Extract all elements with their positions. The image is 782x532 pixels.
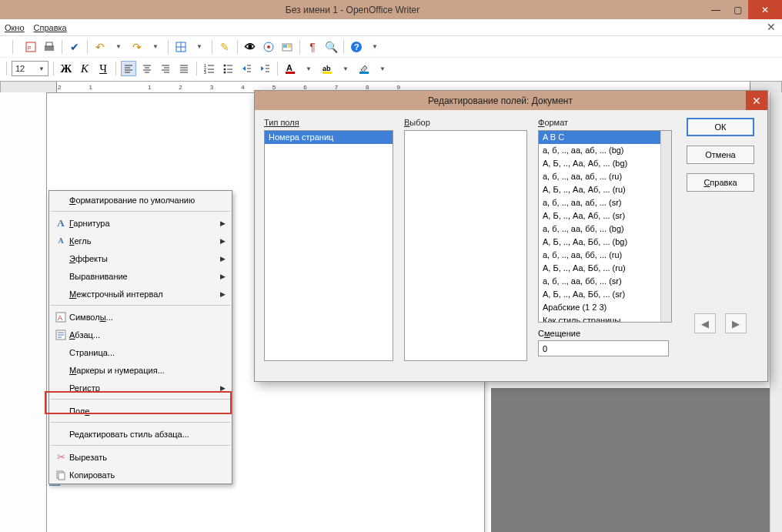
- menu-window[interactable]: Окно: [5, 23, 25, 32]
- font-icon: A: [52, 217, 69, 229]
- font-color-icon[interactable]: A: [282, 61, 298, 76]
- format-item[interactable]: А, Б, .., Аа, Аб, ... (sr): [539, 209, 660, 223]
- prev-record-button[interactable]: ◀: [694, 313, 716, 333]
- cm-default-formatting[interactable]: Форматирование по умолчанию: [49, 191, 232, 209]
- cm-cut[interactable]: ✂ Вырезать: [49, 448, 232, 466]
- submenu-arrow-icon: ▶: [220, 237, 226, 245]
- format-item[interactable]: а, б, .., аа, аб, ... (ru): [539, 170, 660, 183]
- cm-page[interactable]: Страница...: [49, 343, 232, 361]
- cancel-button[interactable]: Отмена: [687, 146, 754, 164]
- bullets-icon[interactable]: [220, 61, 236, 76]
- dialog-titlebar: Редактирование полей: Документ ✕: [255, 91, 767, 110]
- format-item[interactable]: а, б, .., аа, бб, ... (ru): [539, 249, 660, 262]
- format-item[interactable]: А, Б, .., Аа, Бб, ... (sr): [539, 288, 660, 301]
- separator: [277, 62, 278, 75]
- bgcolor-icon[interactable]: [356, 61, 372, 76]
- menu-help[interactable]: Справка: [34, 23, 67, 32]
- decrease-indent-icon[interactable]: [239, 61, 254, 76]
- cm-symbols[interactable]: A Символы...: [49, 308, 232, 326]
- caret-icon[interactable]: ▼: [301, 61, 316, 76]
- italic-button[interactable]: К: [77, 61, 92, 76]
- format-item[interactable]: А, Б, .., Аа, Бб, ... (bg): [539, 236, 660, 249]
- ok-button[interactable]: ОК: [687, 118, 754, 136]
- list-scrollbar[interactable]: [660, 131, 671, 322]
- format-item[interactable]: А, Б, .., Аа, Аб, ... (ru): [539, 183, 660, 196]
- format-item[interactable]: A B C: [539, 131, 660, 144]
- print-icon[interactable]: [42, 39, 57, 55]
- align-right-icon[interactable]: [158, 61, 173, 76]
- cm-size[interactable]: A Кегль ▶: [49, 232, 232, 249]
- help-button[interactable]: Справка: [687, 173, 754, 192]
- cm-case[interactable]: Регистр ▶: [49, 379, 232, 396]
- format-item[interactable]: а, б, .., аа, аб, ... (bg): [539, 144, 660, 157]
- cm-effects[interactable]: Эффекты ▶: [49, 249, 232, 267]
- draw-icon[interactable]: ✎: [217, 39, 232, 55]
- svg-point-36: [224, 65, 226, 67]
- align-justify-icon[interactable]: [176, 61, 192, 76]
- cm-align[interactable]: Выравнивание ▶: [49, 267, 232, 285]
- close-button[interactable]: ✕: [748, 0, 782, 19]
- format-item[interactable]: а, б, .., аа, бб, ... (sr): [539, 275, 660, 288]
- caret-icon[interactable]: ▼: [192, 39, 207, 55]
- separator: [51, 422, 230, 423]
- format-label: Формат: [538, 118, 672, 127]
- separator: [51, 305, 230, 306]
- align-center-icon[interactable]: [139, 61, 155, 76]
- type-item[interactable]: Номера страниц: [265, 131, 393, 144]
- format-item[interactable]: А, Б, .., Аа, Аб, ... (bg): [539, 157, 660, 170]
- format-item[interactable]: Как стиль страницы: [539, 314, 660, 323]
- format-listbox[interactable]: A B Cа, б, .., аа, аб, ... (bg)А, Б, ..,…: [538, 130, 672, 323]
- table-icon[interactable]: [173, 39, 189, 55]
- font-size-select[interactable]: 12 ▼: [12, 61, 48, 76]
- nonprinting-icon[interactable]: ¶: [305, 39, 320, 55]
- spellcheck-icon[interactable]: ✔: [67, 39, 82, 55]
- align-left-icon[interactable]: [121, 61, 136, 76]
- caret-icon[interactable]: ▼: [338, 61, 353, 76]
- increase-indent-icon[interactable]: [257, 61, 272, 76]
- submenu-arrow-icon: ▶: [220, 219, 226, 227]
- numbering-icon[interactable]: 123: [202, 61, 217, 76]
- redo-icon[interactable]: ↷: [129, 39, 145, 55]
- document-close-icon[interactable]: ✕: [767, 21, 776, 33]
- vertical-scrollbar[interactable]: [770, 92, 782, 532]
- caret-icon[interactable]: ▼: [111, 39, 126, 55]
- highlight-icon[interactable]: ab: [319, 61, 335, 76]
- cm-font[interactable]: A Гарнитура ▶: [49, 214, 232, 232]
- type-label: Тип поля: [264, 118, 393, 127]
- cm-paragraph[interactable]: Абзац...: [49, 326, 232, 343]
- navigator-icon[interactable]: [261, 39, 276, 55]
- bold-button[interactable]: Ж: [58, 61, 74, 76]
- cm-field[interactable]: Поле...: [49, 402, 232, 420]
- undo-icon[interactable]: ↶: [92, 39, 108, 55]
- help-icon[interactable]: ?: [349, 39, 364, 55]
- format-item[interactable]: а, б, .., аа, бб, ... (bg): [539, 223, 660, 236]
- cm-bullets[interactable]: Маркеры и нумерация...: [49, 361, 232, 379]
- export-pdf-icon[interactable]: P: [23, 39, 38, 55]
- type-listbox[interactable]: Номера страниц: [264, 130, 393, 361]
- cm-edit-style[interactable]: Редактировать стиль абзаца...: [49, 425, 232, 443]
- format-item[interactable]: Арабские (1 2 3): [539, 301, 660, 314]
- offset-input[interactable]: [538, 340, 669, 356]
- separator: [5, 39, 20, 55]
- cm-copy[interactable]: Копировать: [49, 466, 232, 483]
- svg-rect-3: [46, 42, 52, 46]
- svg-marker-46: [261, 66, 264, 71]
- scissors-icon: ✂: [52, 451, 69, 463]
- zoom-icon[interactable]: 🔍: [323, 39, 339, 55]
- formatting-toolbar: 12 ▼ Ж К Ч 123 A ▼ ab ▼ ▼: [0, 58, 782, 79]
- caret-icon[interactable]: ▼: [367, 39, 383, 55]
- find-icon[interactable]: 👁: [242, 39, 258, 55]
- caret-icon[interactable]: ▼: [375, 61, 390, 76]
- cm-line-spacing[interactable]: Межстрочный интервал ▶: [49, 285, 232, 303]
- dialog-close-button[interactable]: ✕: [746, 91, 767, 110]
- gallery-icon[interactable]: [279, 39, 295, 55]
- selection-listbox[interactable]: [404, 130, 527, 361]
- minimize-button[interactable]: —: [705, 0, 727, 19]
- next-record-button[interactable]: ▶: [725, 313, 747, 333]
- underline-button[interactable]: Ч: [95, 61, 111, 76]
- format-item[interactable]: А, Б, .., Аа, Бб, ... (ru): [539, 262, 660, 275]
- maximize-button[interactable]: ▢: [727, 0, 748, 19]
- format-item[interactable]: а, б, .., аа, аб, ... (sr): [539, 196, 660, 209]
- caret-icon[interactable]: ▼: [148, 39, 163, 55]
- page-break-area: [491, 388, 782, 532]
